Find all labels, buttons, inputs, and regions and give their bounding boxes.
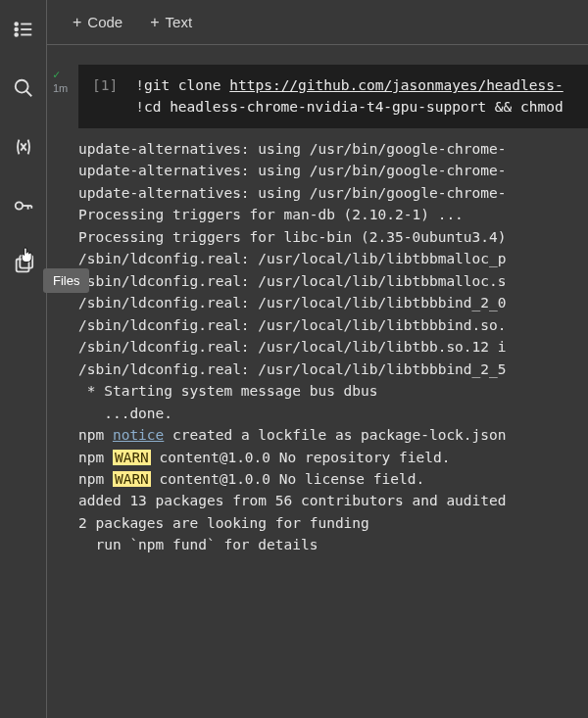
out-line: 2 packages are looking for funding xyxy=(78,512,588,534)
cmd-text: cd headless-chrome-nvidia-t4-gpu-support… xyxy=(144,99,564,115)
variables-icon[interactable] xyxy=(8,131,39,163)
svg-line-7 xyxy=(25,91,31,97)
cell-area: ✓ 1m [1]!git clone https://github.com/ja… xyxy=(47,45,588,718)
secrets-icon[interactable] xyxy=(8,190,39,221)
out-line: Processing triggers for man-db (2.10.2-1… xyxy=(78,204,588,225)
svg-point-8 xyxy=(15,202,22,209)
bang: ! xyxy=(135,99,144,115)
cell-gutter[interactable]: ✓ 1m xyxy=(47,65,78,556)
out-line: /sbin/ldconfig.real: /usr/local/lib/libt… xyxy=(78,292,588,313)
out-line: ...done. xyxy=(78,403,588,424)
svg-rect-13 xyxy=(20,256,32,268)
toc-icon[interactable] xyxy=(8,14,39,45)
prompt-number: [1] xyxy=(92,77,118,93)
sidebar: Files xyxy=(0,0,47,718)
files-tooltip: Files xyxy=(43,268,89,293)
main-area: + Code + Text ✓ 1m [1]!git clone https:/… xyxy=(47,0,588,718)
out-line: /sbin/ldconfig.real: /usr/local/lib/libt… xyxy=(78,248,588,269)
svg-rect-12 xyxy=(16,260,28,272)
search-icon[interactable] xyxy=(8,72,39,104)
add-text-button[interactable]: + Text xyxy=(140,8,202,37)
add-code-button[interactable]: + Code xyxy=(63,8,132,37)
files-icon[interactable] xyxy=(8,249,39,280)
svg-point-0 xyxy=(15,23,18,25)
add-code-label: Code xyxy=(87,14,122,30)
code-cell: ✓ 1m [1]!git clone https://github.com/ja… xyxy=(47,65,588,556)
npm-notice-rest: created a lockfile as package-lock.json xyxy=(164,427,506,443)
add-text-label: Text xyxy=(166,14,193,30)
out-line: run `npm fund` for details xyxy=(78,534,588,555)
cell-output: update-alternatives: using /usr/bin/goog… xyxy=(78,128,588,556)
npm-prefix: npm xyxy=(78,471,113,487)
out-line: update-alternatives: using /usr/bin/goog… xyxy=(78,160,588,181)
plus-icon: + xyxy=(73,14,81,31)
bang: ! xyxy=(135,77,144,93)
npm-notice-word: notice xyxy=(113,427,164,443)
out-line: /sbin/ldconfig.real: /usr/local/lib/libt… xyxy=(78,270,588,292)
out-line: Processing triggers for libc-bin (2.35-0… xyxy=(78,226,588,248)
svg-point-2 xyxy=(15,28,18,31)
svg-point-4 xyxy=(15,33,18,36)
code-input[interactable]: [1]!git clone https://github.com/jasonma… xyxy=(78,65,588,128)
out-line: /sbin/ldconfig.real: /usr/local/lib/libt… xyxy=(78,359,588,380)
out-line: added 13 packages from 56 contributors a… xyxy=(78,490,588,511)
git-url: https://github.com/jasonmayes/headless- xyxy=(229,77,563,93)
npm-warn-line: npm WARN content@1.0.0 No repository fie… xyxy=(78,447,588,468)
toolbar: + Code + Text xyxy=(47,0,588,45)
out-line: update-alternatives: using /usr/bin/goog… xyxy=(78,182,588,204)
out-line: * Starting system message bus dbus xyxy=(78,380,588,402)
cmd-text: git clone xyxy=(144,77,229,93)
plus-icon: + xyxy=(150,14,159,31)
out-line: /sbin/ldconfig.real: /usr/local/lib/libt… xyxy=(78,314,588,336)
npm-prefix: npm xyxy=(78,427,113,443)
svg-point-6 xyxy=(15,80,27,93)
out-line: /sbin/ldconfig.real: /usr/local/lib/libt… xyxy=(78,336,588,358)
status-check-icon: ✓ xyxy=(53,69,78,80)
npm-warn-rest: content@1.0.0 No license field. xyxy=(151,471,424,487)
npm-warn-word: WARN xyxy=(113,471,151,487)
npm-warn-line: npm WARN content@1.0.0 No license field. xyxy=(78,468,588,490)
npm-notice-line: npm notice created a lockfile as package… xyxy=(78,424,588,446)
npm-prefix: npm xyxy=(78,450,113,465)
npm-warn-rest: content@1.0.0 No repository field. xyxy=(151,450,451,465)
npm-warn-word: WARN xyxy=(113,450,151,465)
cell-body: [1]!git clone https://github.com/jasonma… xyxy=(78,65,588,556)
exec-time: 1m xyxy=(53,82,78,94)
out-line: update-alternatives: using /usr/bin/goog… xyxy=(78,138,588,160)
